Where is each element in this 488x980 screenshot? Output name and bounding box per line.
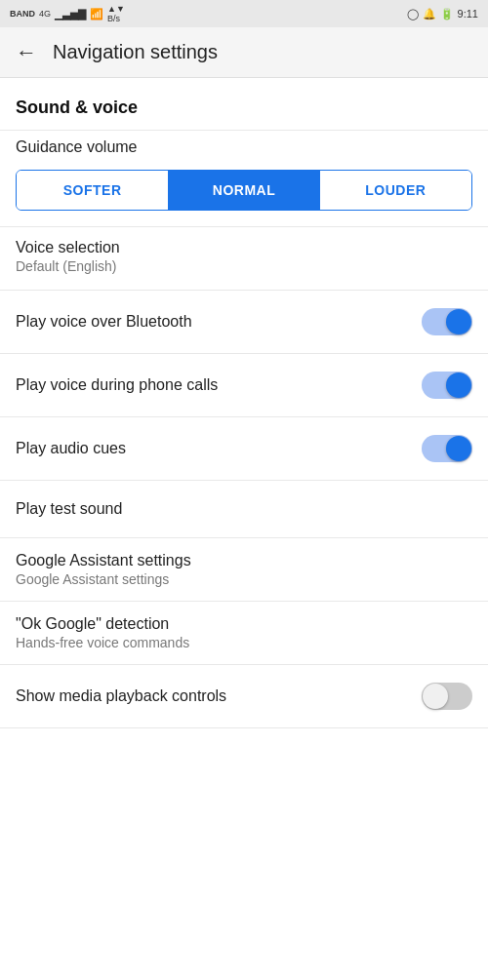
voice-selection-row[interactable]: Voice selection Default (English) bbox=[0, 227, 488, 290]
time-display: 9:11 bbox=[458, 8, 478, 20]
volume-louder-button[interactable]: LOUDER bbox=[320, 171, 471, 210]
volume-selector: SOFTER NORMAL LOUDER bbox=[16, 170, 472, 211]
section-title-sound-voice: Sound & voice bbox=[0, 78, 488, 130]
bluetooth-toggle-row: Play voice over Bluetooth bbox=[0, 291, 488, 353]
page-title: Navigation settings bbox=[53, 41, 218, 63]
back-button[interactable]: ← bbox=[16, 42, 37, 63]
google-assistant-title: Google Assistant settings bbox=[16, 552, 472, 569]
battery-icon: 🔋 bbox=[440, 8, 454, 20]
media-playback-toggle-row: Show media playback controls bbox=[0, 665, 488, 727]
google-assistant-subtitle: Google Assistant settings bbox=[16, 571, 472, 587]
volume-softer-button[interactable]: SOFTER bbox=[17, 171, 168, 210]
voice-selection-subtitle: Default (English) bbox=[16, 258, 472, 274]
ok-google-row[interactable]: "Ok Google" detection Hands-free voice c… bbox=[0, 602, 488, 664]
ok-google-subtitle: Hands-free voice commands bbox=[16, 635, 472, 650]
status-left: BAND 4G ▁▃▅▇ 📶 ▲▼B/s bbox=[10, 4, 125, 23]
audio-cues-toggle-thumb bbox=[446, 436, 471, 461]
bluetooth-toggle[interactable] bbox=[422, 308, 472, 335]
ok-google-title: "Ok Google" detection bbox=[16, 615, 472, 633]
bluetooth-toggle-thumb bbox=[446, 309, 471, 334]
bluetooth-toggle-label: Play voice over Bluetooth bbox=[16, 313, 192, 331]
google-assistant-row[interactable]: Google Assistant settings Google Assista… bbox=[0, 538, 488, 601]
content: Sound & voice Guidance volume SOFTER NOR… bbox=[0, 78, 488, 728]
status-bar: BAND 4G ▁▃▅▇ 📶 ▲▼B/s ◯ 🔔 🔋 9:11 bbox=[0, 0, 488, 27]
status-band: BAND bbox=[10, 9, 35, 19]
media-playback-toggle[interactable] bbox=[422, 683, 472, 710]
location-icon: ◯ bbox=[407, 8, 419, 20]
wifi-icon: 📶 bbox=[90, 8, 103, 20]
play-test-sound-row[interactable]: Play test sound bbox=[0, 481, 488, 537]
phone-calls-toggle-thumb bbox=[446, 372, 471, 398]
phone-calls-toggle[interactable] bbox=[422, 372, 472, 399]
audio-cues-toggle[interactable] bbox=[422, 435, 472, 462]
notification-bell-icon: 🔔 bbox=[423, 8, 436, 20]
volume-normal-button[interactable]: NORMAL bbox=[168, 171, 319, 210]
status-right: ◯ 🔔 🔋 9:11 bbox=[407, 8, 478, 20]
phone-calls-toggle-label: Play voice during phone calls bbox=[16, 376, 218, 394]
header: ← Navigation settings bbox=[0, 27, 488, 78]
status-signal-bars: ▁▃▅▇ bbox=[55, 8, 86, 20]
audio-cues-toggle-row: Play audio cues bbox=[0, 417, 488, 480]
guidance-volume-label: Guidance volume bbox=[0, 131, 488, 162]
status-4g: 4G bbox=[39, 9, 51, 19]
play-test-sound-label: Play test sound bbox=[16, 500, 122, 517]
speed-label: ▲▼B/s bbox=[107, 4, 125, 23]
media-playback-toggle-label: Show media playback controls bbox=[16, 687, 226, 705]
media-playback-toggle-thumb bbox=[423, 684, 448, 709]
phone-calls-toggle-row: Play voice during phone calls bbox=[0, 354, 488, 416]
audio-cues-toggle-label: Play audio cues bbox=[16, 440, 126, 457]
voice-selection-title: Voice selection bbox=[16, 239, 472, 256]
divider-10 bbox=[0, 727, 488, 728]
